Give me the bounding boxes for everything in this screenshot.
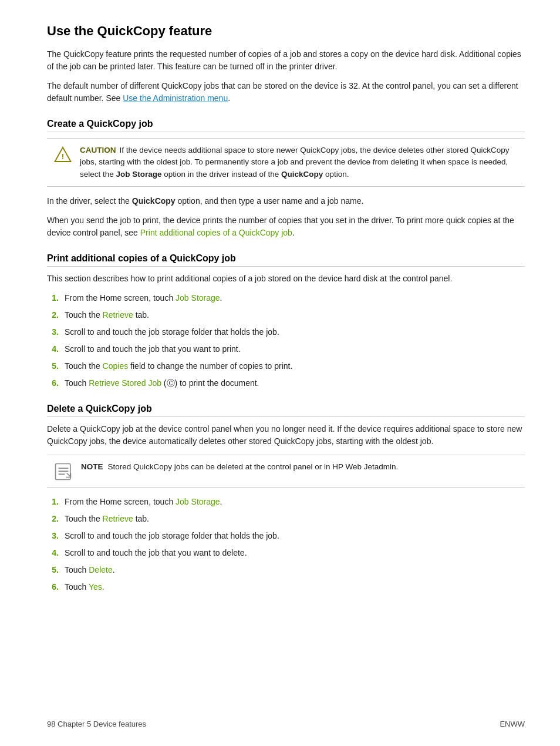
footer-right: ENWW [500,720,525,728]
svg-text:!: ! [62,152,65,161]
yes-link[interactable]: Yes [89,582,102,592]
section1-heading: Create a QuickCopy job [47,119,525,132]
job-storage-link-s2-1[interactable]: Job Storage [176,293,220,303]
list-item: 4. Scroll to and touch the job that you … [47,343,525,355]
list-item: 4. Scroll to and touch the job that you … [47,547,525,559]
print-additional-link[interactable]: Print additional copies of a QuickCopy j… [140,228,292,237]
section3-intro: Delete a QuickCopy job at the device con… [47,423,525,448]
retrieve-stored-job-link[interactable]: Retrieve Stored Job [89,378,161,388]
note-icon [54,462,73,481]
copies-link[interactable]: Copies [103,361,129,371]
list-item: 2. Touch the Retrieve tab. [47,309,525,321]
list-item: 3. Scroll to and touch the job storage f… [47,530,525,542]
footer-left: 98 Chapter 5 Device features [47,720,146,728]
intro-para-1: The QuickCopy feature prints the request… [47,48,525,73]
section2-heading: Print additional copies of a QuickCopy j… [47,253,525,267]
list-item: 6. Touch Yes. [47,581,525,593]
caution-label: CAUTION [80,146,116,154]
note-content: NOTEStored QuickCopy jobs can be deleted… [81,461,398,473]
page-title: Use the QuickCopy feature [47,23,525,39]
caution-icon: ! [54,146,72,163]
section3-steps: 1. From the Home screen, touch Job Stora… [47,496,525,593]
retrieve-tab-link-s2[interactable]: Retrieve [103,310,133,320]
list-item: 3. Scroll to and touch the job storage f… [47,326,525,338]
caution-content: CAUTIONIf the device needs additional sp… [80,145,518,180]
list-item: 1. From the Home screen, touch Job Stora… [47,496,525,508]
list-item: 5. Touch Delete. [47,564,525,576]
footer: 98 Chapter 5 Device features ENWW [0,720,560,728]
section3-heading: Delete a QuickCopy job [47,404,525,417]
intro-para-2: The default number of different QuickCop… [47,80,525,105]
list-item: 2. Touch the Retrieve tab. [47,513,525,525]
note-box: NOTEStored QuickCopy jobs can be deleted… [47,455,525,488]
section2-steps: 1. From the Home screen, touch Job Stora… [47,292,525,389]
section1-para1: In the driver, select the QuickCopy opti… [47,195,525,207]
section2-intro: This section describes how to print addi… [47,273,525,285]
section1-para2: When you send the job to print, the devi… [47,214,525,239]
list-item: 6. Touch Retrieve Stored Job (Ⓒ) to prin… [47,377,525,389]
admin-menu-link[interactable]: Use the Administration menu [123,93,228,103]
list-item: 5. Touch the Copies field to change the … [47,360,525,372]
list-item: 1. From the Home screen, touch Job Stora… [47,292,525,304]
job-storage-link-s3-1[interactable]: Job Storage [176,497,220,506]
caution-box: ! CAUTIONIf the device needs additional … [47,138,525,187]
note-label: NOTE [81,462,103,471]
delete-link[interactable]: Delete [89,565,112,574]
retrieve-tab-link-s3[interactable]: Retrieve [103,514,133,523]
